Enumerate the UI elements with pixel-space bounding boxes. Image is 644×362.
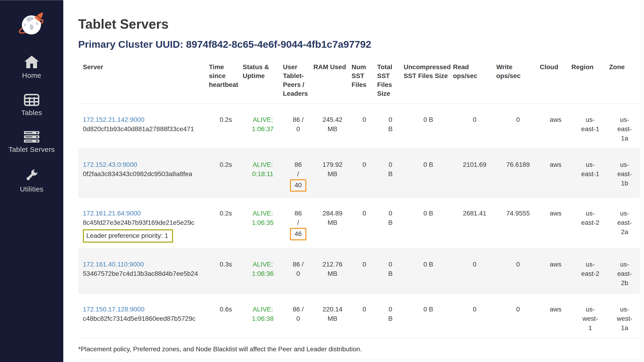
cell-num-sst-files: 0 [352,293,377,338]
uncompressed-sst-size-value: 0 B [404,260,453,269]
cell-write-ops: 76.6189 [496,149,540,198]
column-header-11: Region [572,56,609,104]
leaders-count-row: 46 [283,227,314,240]
cell-region: us-east-1 [572,104,609,149]
uncompressed-sst-size-value: 0 B [404,115,453,124]
cell-region: us-west-1 [572,293,609,338]
server-link[interactable]: 172.161.40.110:9000 [83,260,144,269]
sidebar-item-tables[interactable]: Tables [21,94,42,117]
cell-peers-leaders: 86/46 [283,198,314,249]
region-value: us-east-1 [581,160,599,179]
cell-total-sst-size: 0 B [377,198,404,249]
sidebar-item-label: Home [22,72,41,79]
column-header-5: Num SST Files [352,56,377,104]
server-link[interactable]: 172.161.21.64:9000 [83,209,141,218]
cell-region: us-east-2 [572,198,609,249]
tablet-servers-page: Home Tables [0,0,644,362]
uncompressed-sst-size-value: 0 B [404,305,453,314]
table-row: 172.161.21.64:90008c45fd27e3e24b7b93f169… [78,198,640,249]
num-sst-files-value: 0 [352,209,377,218]
uncompressed-sst-size-value: 0 B [404,209,453,218]
cell-read-ops: 0 [453,293,496,338]
cell-num-sst-files: 0 [352,249,377,293]
cell-zone: us-east-1a [609,104,640,149]
cloud-value: aws [540,209,572,218]
status-alive: ALIVE: [243,305,283,314]
cell-read-ops: 0 [453,104,496,149]
cell-status-uptime: ALIVE:1:06:37 [243,104,283,149]
cell-peers-leaders: 86 / 0 [283,249,314,293]
cell-zone: us-west-1a [609,293,640,338]
peers-total: 86 [283,160,314,169]
server-uuid: 8c45fd27e3e24b7b93f169de21e5e29c [83,218,209,227]
cell-ram-used: 245.42 MB [314,104,352,149]
server-link[interactable]: 172.152.21.142:9000 [83,115,144,124]
sidebar-item-utilities[interactable]: Utilities [20,168,43,193]
column-header-9: Write ops/sec [496,56,540,104]
cell-status-uptime: ALIVE:1:06:35 [243,198,283,249]
server-link[interactable]: 172.150.17.128:9000 [83,305,144,314]
column-header-10: Cloud [540,56,572,104]
cell-write-ops: 0 [496,293,540,338]
cell-uncompressed-sst-size: 0 B [404,104,453,149]
region-value: us-east-1 [581,115,599,134]
ram-used-value: 284.89 MB [320,209,346,227]
leader-count-highlight: 40 [290,179,306,192]
cloud-value: aws [540,260,572,269]
tables-grid-icon [24,94,39,106]
cell-uncompressed-sst-size: 0 B [404,249,453,293]
tablet-servers-table: ServerTime since heartbeatStatus & Uptim… [78,56,640,338]
num-sst-files-value: 0 [352,260,377,269]
cell-server: 172.161.21.64:90008c45fd27e3e24b7b93f169… [78,198,209,249]
num-sst-files-value: 0 [352,305,377,314]
cloud-value: aws [540,115,572,124]
cell-ram-used: 284.89 MB [314,198,352,249]
cell-heartbeat: 0.6s [209,293,243,338]
cell-cloud: aws [540,149,572,198]
main-content: Tablet Servers Primary Cluster UUID: 897… [63,0,644,362]
column-header-6: Total SST Files Size [377,56,404,104]
uptime-value: 1:06:38 [243,314,283,323]
cell-cloud: aws [540,249,572,293]
server-link[interactable]: 172.152.43.0:9000 [83,160,137,169]
num-sst-files-value: 0 [352,160,377,169]
num-sst-files-value: 0 [352,115,377,124]
read-ops-value: 0 [453,260,496,269]
section-divider [78,359,639,360]
table-row: 172.161.40.110:900053467572be7c4d13b3ac8… [78,249,640,293]
table-row: 172.150.17.128:9000c48bc82fc7314d5e91860… [78,293,640,338]
sidebar-item-home[interactable]: Home [22,55,41,79]
cell-num-sst-files: 0 [352,198,377,249]
cell-status-uptime: ALIVE:1:06:36 [243,249,283,293]
leader-preference-note-row: Leader preference priority: 1 [83,227,209,243]
server-stack-icon [24,131,39,143]
leader-count-highlight: 46 [290,228,306,240]
region-value: us-east-2 [581,260,599,278]
right-scrollbar-track[interactable] [641,0,644,362]
column-header-1: Time since heartbeat [209,56,243,104]
cell-cloud: aws [540,104,572,149]
column-header-8: Read ops/sec [453,56,496,104]
write-ops-value: 0 [496,260,540,269]
page-title: Tablet Servers [78,16,639,32]
globe-rocket-logo[interactable] [18,12,45,39]
cell-read-ops: 0 [453,249,496,293]
heartbeat-value: 0.2s [209,160,243,169]
sidebar: Home Tables [0,0,63,362]
column-header-7: Uncompressed SST Files Size [404,56,453,104]
cell-read-ops: 2101.69 [453,149,496,198]
cell-total-sst-size: 0 B [377,104,404,149]
heartbeat-value: 0.2s [209,209,243,218]
cell-heartbeat: 0.2s [209,198,243,249]
total-sst-size-value: 0 B [386,209,394,227]
zone-value: us-east-1a [616,115,634,143]
table-header: ServerTime since heartbeatStatus & Uptim… [78,56,640,104]
cell-cloud: aws [540,198,572,249]
status-alive: ALIVE: [243,160,283,169]
sidebar-item-tablet-servers[interactable]: Tablet Servers [8,131,55,153]
cell-server: 172.150.17.128:9000c48bc82fc7314d5e91860… [78,293,209,338]
cell-cloud: aws [540,293,572,338]
home-icon [24,55,39,69]
cell-zone: us-east-1b [609,149,640,198]
heartbeat-value: 0.2s [209,115,243,124]
